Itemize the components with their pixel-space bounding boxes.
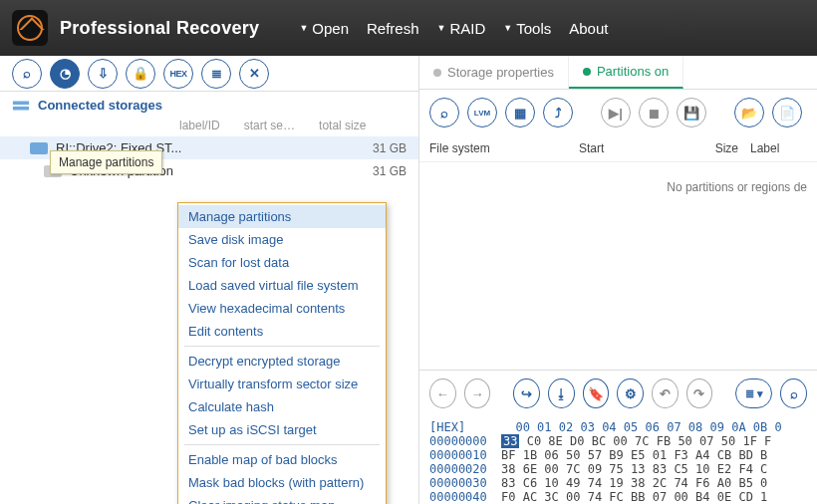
chevron-down-icon: ▼	[299, 23, 308, 33]
hex-byte: 38	[501, 462, 515, 476]
menu-about[interactable]: About	[569, 20, 608, 37]
ctx-item-mask-bad-blocks-with-pattern[interactable]: Mask bad blocks (with pattern)	[178, 471, 386, 494]
titlebar: Professional Recovery ▼Open Refresh ▼RAI…	[0, 0, 817, 56]
hex-row[interactable]: 0000003083 C6 10 49 74 19 38 2C 74 F6 A0…	[429, 476, 807, 490]
hex-address: 00000040	[429, 490, 501, 504]
hex-address: 00000030	[429, 476, 501, 490]
bookmark-button[interactable]: 🔖	[583, 378, 610, 408]
ctx-item-virtually-transform-sector-size[interactable]: Virtually transform sector size	[178, 373, 386, 395]
storage-size: 31 GB	[347, 164, 407, 178]
hex-bytes: C6 10 49 74 19 38 2C 74 F6 A0 B5 0	[515, 476, 767, 490]
hex-bytes: 6E 00 7C 09 75 13 83 C5 10 E2 F4 C	[515, 462, 767, 476]
hex-byte: 33	[501, 434, 519, 448]
col-start: Start	[579, 141, 688, 155]
tab-partitions[interactable]: Partitions on	[569, 56, 683, 89]
hex-row[interactable]: 0000002038 6E 00 7C 09 75 13 83 C5 10 E2…	[429, 462, 807, 476]
left-toolbar: ⌕ ◔ ⇩ 🔒 HEX ≣ ✕	[0, 56, 418, 92]
hex-viewer: [HEX] 00 01 02 03 04 05 06 07 08 09 0A 0…	[419, 416, 817, 504]
export-button[interactable]: ⤴	[543, 98, 573, 127]
main-menu: ▼Open Refresh ▼RAID ▼Tools About	[299, 20, 608, 37]
hex-row[interactable]: 00000040F0 AC 3C 00 74 FC BB 07 00 B4 0E…	[429, 490, 807, 504]
dot-icon	[433, 69, 441, 77]
save-button[interactable]: 💾	[677, 98, 706, 127]
open-file-button[interactable]: 📄	[772, 98, 802, 127]
nav-back-button[interactable]: ←	[429, 378, 456, 408]
find-partitions-button[interactable]: ⌕	[429, 98, 459, 127]
ctx-item-edit-contents[interactable]: Edit contents	[178, 320, 386, 343]
menu-tools[interactable]: ▼Tools	[503, 20, 551, 37]
right-tabs: Storage properties Partitions on	[419, 56, 817, 90]
download-button[interactable]: ⭳	[548, 378, 575, 408]
ctx-item-load-saved-virtual-file-system[interactable]: Load saved virtual file system	[178, 274, 386, 297]
hex-bytes: C0 8E D0 BC 00 7C FB 50 07 50 1F F	[519, 434, 771, 448]
hex-search-button[interactable]: ⌕	[780, 378, 807, 408]
redo-button[interactable]: ↷	[686, 378, 713, 408]
storage-size: 31 GB	[347, 141, 407, 155]
col-label: Label	[738, 141, 807, 155]
hex-address: 00000020	[429, 462, 501, 476]
connected-storages-heading: Connected storages	[0, 92, 418, 119]
manage-partitions-button[interactable]: ◔	[50, 59, 80, 89]
settings-button[interactable]: ⚙	[617, 378, 644, 408]
view-mode-button[interactable]: ≣ ▾	[735, 378, 772, 408]
svg-rect-0	[13, 101, 29, 105]
hex-byte: BF	[501, 448, 515, 462]
ctx-item-clear-imaging-status-map[interactable]: Clear imaging status map	[178, 494, 386, 504]
app-title: Professional Recovery	[60, 18, 259, 39]
context-menu: Manage partitionsSave disk imageScan for…	[177, 202, 387, 504]
ctx-item-manage-partitions[interactable]: Manage partitions	[178, 205, 386, 228]
right-toolbar: ⌕ LVM ▦ ⤴ ▶| ◼ 💾 📂 📄	[419, 90, 817, 135]
hex-byte: 83	[501, 476, 515, 490]
hex-bytes: 1B 06 50 57 B9 E5 01 F3 A4 CB BD B	[515, 448, 767, 462]
ctx-item-view-hexadecimal-contents[interactable]: View hexadecimal contents	[178, 297, 386, 320]
properties-button[interactable]: ≣	[201, 59, 231, 89]
ctx-item-save-disk-image[interactable]: Save disk image	[178, 228, 386, 251]
left-pane: ⌕ ◔ ⇩ 🔒 HEX ≣ ✕ Manage partitions Connec…	[0, 56, 418, 504]
menu-open[interactable]: ▼Open	[299, 20, 349, 37]
grid-button[interactable]: ▦	[505, 98, 535, 127]
storage-icon	[12, 99, 30, 113]
hex-row[interactable]: 00000010BF 1B 06 50 57 B9 E5 01 F3 A4 CB…	[429, 448, 807, 462]
scan-button[interactable]: ⌕	[12, 59, 42, 89]
ctx-item-decrypt-encrypted-storage[interactable]: Decrypt encrypted storage	[178, 350, 386, 373]
goto-button[interactable]: ↪	[513, 378, 540, 408]
empty-partitions-message: No partitions or regions de	[419, 162, 817, 212]
decrypt-button[interactable]: 🔒	[126, 59, 155, 89]
partition-table-header: File system Start Size Label	[419, 135, 817, 162]
hex-address: 00000010	[429, 448, 501, 462]
ctx-item-calculate-hash[interactable]: Calculate hash	[178, 395, 386, 418]
right-pane: Storage properties Partitions on ⌕ LVM ▦…	[418, 56, 817, 504]
menu-raid[interactable]: ▼RAID	[437, 20, 486, 37]
menu-refresh[interactable]: Refresh	[367, 20, 419, 37]
hex-row[interactable]: 0000000033 C0 8E D0 BC 00 7C FB 50 07 50…	[429, 434, 807, 448]
lvm-button[interactable]: LVM	[467, 98, 497, 127]
svg-rect-1	[13, 106, 29, 110]
app-logo	[12, 10, 48, 46]
drive-icon	[30, 142, 48, 154]
hex-byte: F0	[501, 490, 515, 504]
play-button[interactable]: ▶|	[601, 98, 631, 127]
hex-bytes: AC 3C 00 74 FC BB 07 00 B4 0E CD 1	[515, 490, 767, 504]
col-fs: File system	[429, 141, 579, 155]
open-folder-button[interactable]: 📂	[734, 98, 764, 127]
nav-forward-button[interactable]: →	[464, 378, 491, 408]
tab-storage-properties[interactable]: Storage properties	[419, 56, 569, 89]
hex-columns: 00 01 02 03 04 05 06 07 08 09 0A 0B 0	[501, 420, 782, 434]
chevron-down-icon: ▼	[503, 23, 512, 33]
tooltip: Manage partitions	[50, 150, 162, 174]
ctx-item-enable-map-of-bad-blocks[interactable]: Enable map of bad blocks	[178, 448, 386, 471]
save-image-button[interactable]: ⇩	[88, 59, 118, 89]
hex-button[interactable]: HEX	[163, 59, 193, 89]
ctx-item-scan-for-lost-data[interactable]: Scan for lost data	[178, 251, 386, 274]
storage-columns: label/ID start se… total size	[0, 119, 418, 136]
hex-address: 00000000	[429, 434, 501, 448]
close-storage-button[interactable]: ✕	[239, 59, 269, 89]
dot-icon	[583, 68, 591, 76]
ctx-item-set-up-as-iscsi-target[interactable]: Set up as iSCSI target	[178, 418, 386, 441]
hex-toolbar: ← → ↪ ⭳ 🔖 ⚙ ↶ ↷ ≣ ▾ ⌕	[419, 370, 817, 416]
stop-button[interactable]: ◼	[639, 98, 669, 127]
chevron-down-icon: ▼	[437, 23, 446, 33]
col-size: Size	[688, 141, 738, 155]
undo-button[interactable]: ↶	[652, 378, 679, 408]
